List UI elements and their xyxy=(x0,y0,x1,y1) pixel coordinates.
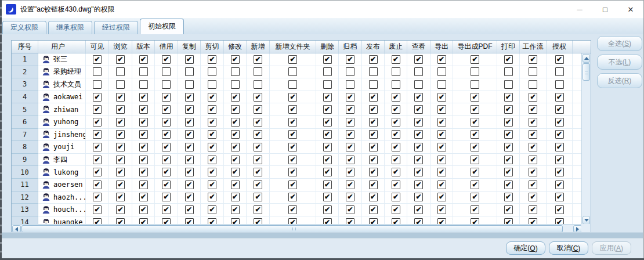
tab-inherit-perms[interactable]: 继承权限 xyxy=(48,21,92,34)
permission-checkbox[interactable] xyxy=(555,143,564,151)
permission-checkbox[interactable] xyxy=(208,168,216,176)
permission-checkbox[interactable] xyxy=(185,180,194,189)
permission-checkbox[interactable] xyxy=(555,93,564,102)
permission-checkbox[interactable] xyxy=(162,205,171,214)
permission-checkbox[interactable] xyxy=(231,105,240,114)
permission-checkbox[interactable] xyxy=(392,105,400,114)
permission-checkbox[interactable] xyxy=(555,180,564,189)
permission-checkbox[interactable] xyxy=(288,55,297,64)
permission-checkbox[interactable] xyxy=(504,67,513,76)
permission-checkbox[interactable] xyxy=(116,193,125,201)
permission-checkbox[interactable] xyxy=(93,130,102,139)
permission-checkbox[interactable] xyxy=(288,93,297,102)
select-none-button[interactable]: 不选(L) xyxy=(597,55,642,70)
permission-checkbox[interactable] xyxy=(208,205,216,214)
permission-checkbox[interactable] xyxy=(231,93,240,102)
permission-checkbox[interactable] xyxy=(323,67,332,76)
permission-checkbox[interactable] xyxy=(414,205,423,214)
permission-checkbox[interactable] xyxy=(346,118,354,127)
ok-button[interactable]: 确定(O) xyxy=(506,241,545,255)
permission-checkbox[interactable] xyxy=(437,168,446,176)
permission-checkbox[interactable] xyxy=(254,193,262,201)
permission-checkbox[interactable] xyxy=(346,168,354,176)
permission-checkbox[interactable] xyxy=(437,143,446,151)
permission-checkbox[interactable] xyxy=(529,180,537,189)
permission-checkbox[interactable] xyxy=(369,118,378,127)
permission-checkbox[interactable] xyxy=(254,93,262,102)
permission-checkbox[interactable] xyxy=(471,130,479,139)
permission-checkbox[interactable] xyxy=(288,156,297,164)
permission-checkbox[interactable] xyxy=(93,55,102,64)
permission-checkbox[interactable] xyxy=(162,118,171,127)
permission-checkbox[interactable] xyxy=(437,205,446,214)
permission-checkbox[interactable] xyxy=(162,55,171,64)
permission-checkbox[interactable] xyxy=(231,80,240,89)
permission-checkbox[interactable] xyxy=(139,80,148,89)
permission-checkbox[interactable] xyxy=(346,130,354,139)
permission-checkbox[interactable] xyxy=(414,193,423,201)
permission-checkbox[interactable] xyxy=(254,156,262,164)
permission-checkbox[interactable] xyxy=(323,205,332,214)
permission-checkbox[interactable] xyxy=(346,193,354,201)
permission-checkbox[interactable] xyxy=(231,168,240,176)
permission-checkbox[interactable] xyxy=(208,156,216,164)
permission-checkbox[interactable] xyxy=(323,193,332,201)
user-cell[interactable]: yuhong xyxy=(38,116,86,129)
permission-checkbox[interactable] xyxy=(185,93,194,102)
permission-checkbox[interactable] xyxy=(504,143,513,151)
permission-checkbox[interactable] xyxy=(208,80,216,89)
permission-checkbox[interactable] xyxy=(116,156,125,164)
permission-checkbox[interactable] xyxy=(185,118,194,127)
permission-checkbox[interactable] xyxy=(414,118,423,127)
user-cell[interactable]: 技术文员 xyxy=(38,78,86,91)
permission-checkbox[interactable] xyxy=(437,105,446,114)
permission-checkbox[interactable] xyxy=(346,93,354,102)
permission-checkbox[interactable] xyxy=(555,193,564,201)
permission-checkbox[interactable] xyxy=(323,156,332,164)
permission-checkbox[interactable] xyxy=(471,156,479,164)
vertical-scrollbar[interactable] xyxy=(581,53,591,225)
permission-checkbox[interactable] xyxy=(254,143,262,151)
permission-checkbox[interactable] xyxy=(116,80,125,89)
permission-checkbox[interactable] xyxy=(555,168,564,176)
permission-checkbox[interactable] xyxy=(231,55,240,64)
permission-checkbox[interactable] xyxy=(414,143,423,151)
permission-checkbox[interactable] xyxy=(392,130,400,139)
permission-checkbox[interactable] xyxy=(208,55,216,64)
permission-checkbox[interactable] xyxy=(254,118,262,127)
permission-checkbox[interactable] xyxy=(437,118,446,127)
permission-checkbox[interactable] xyxy=(414,67,423,76)
permission-checkbox[interactable] xyxy=(116,180,125,189)
scroll-up-icon[interactable] xyxy=(583,54,590,63)
permission-checkbox[interactable] xyxy=(504,205,513,214)
permission-checkbox[interactable] xyxy=(323,93,332,102)
permission-checkbox[interactable] xyxy=(369,130,378,139)
permission-checkbox[interactable] xyxy=(93,193,102,201)
permission-checkbox[interactable] xyxy=(208,67,216,76)
permission-checkbox[interactable] xyxy=(139,67,148,76)
permission-checkbox[interactable] xyxy=(437,180,446,189)
permission-checkbox[interactable] xyxy=(529,130,537,139)
permission-checkbox[interactable] xyxy=(529,156,537,164)
permission-checkbox[interactable] xyxy=(93,205,102,214)
permission-checkbox[interactable] xyxy=(369,143,378,151)
permission-checkbox[interactable] xyxy=(504,105,513,114)
permission-checkbox[interactable] xyxy=(254,67,262,76)
permission-checkbox[interactable] xyxy=(392,193,400,201)
permission-checkbox[interactable] xyxy=(555,130,564,139)
permission-checkbox[interactable] xyxy=(254,168,262,176)
permission-checkbox[interactable] xyxy=(185,130,194,139)
permission-checkbox[interactable] xyxy=(471,80,479,89)
permission-checkbox[interactable] xyxy=(162,80,171,89)
permission-checkbox[interactable] xyxy=(162,67,171,76)
permission-checkbox[interactable] xyxy=(139,118,148,127)
permission-checkbox[interactable] xyxy=(116,105,125,114)
permission-checkbox[interactable] xyxy=(392,205,400,214)
permission-checkbox[interactable] xyxy=(504,93,513,102)
scroll-down-icon[interactable] xyxy=(583,216,590,225)
permission-checkbox[interactable] xyxy=(323,118,332,127)
permission-checkbox[interactable] xyxy=(529,105,537,114)
permission-checkbox[interactable] xyxy=(437,80,446,89)
permission-checkbox[interactable] xyxy=(185,55,194,64)
permission-checkbox[interactable] xyxy=(93,180,102,189)
